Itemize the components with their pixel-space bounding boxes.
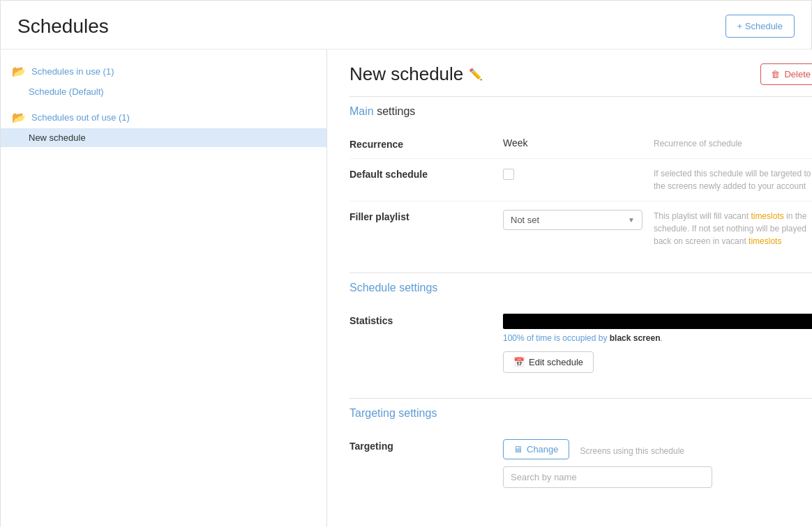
filler-hint-link2: timeslots — [749, 236, 781, 246]
targeting-hint: Screens using this schedule — [580, 443, 684, 456]
main-settings-title-main: Main — [349, 105, 374, 117]
recurrence-value: Week — [503, 137, 528, 148]
targeting-row: Targeting 🖥 Change Screens using this sc… — [349, 431, 812, 496]
chevron-down-icon: ▼ — [628, 216, 635, 224]
statistics-text: 100% of time is occupied by black screen… — [503, 333, 812, 343]
add-schedule-button[interactable]: + Schedule — [725, 15, 795, 38]
filler-playlist-dropdown[interactable]: Not set ▼ — [503, 210, 642, 230]
schedule-settings-title: Schedule settings — [349, 282, 812, 294]
default-schedule-checkbox[interactable] — [503, 169, 514, 180]
change-label: Change — [527, 444, 559, 455]
recurrence-hint: Recurrence of schedule — [654, 137, 812, 150]
edit-schedule-button[interactable]: 📅 Edit schedule — [503, 351, 594, 373]
schedules-out-of-use-header[interactable]: 📂 Schedules out of use (1) — [1, 107, 326, 128]
statistics-row: Statistics 100% of time is occupied by b… — [349, 305, 812, 381]
schedules-out-of-use-label: Schedules out of use (1) — [31, 112, 130, 123]
filler-playlist-hint: This playlist will fill vacant timeslots… — [654, 210, 812, 247]
schedule-default-item[interactable]: Schedule (Default) — [1, 82, 326, 101]
statistics-bar — [503, 314, 812, 329]
schedule-title: New schedule ✏️ — [349, 63, 483, 85]
default-schedule-label: Default schedule — [349, 167, 503, 180]
targeting-value-row: 🖥 Change Screens using this schedule — [503, 439, 812, 459]
filler-playlist-value: Not set — [511, 215, 539, 225]
default-schedule-hint: If selected this schedule will be target… — [654, 167, 812, 192]
main-settings-title: Main settings — [349, 105, 812, 118]
delete-button[interactable]: 🗑 Delete — [760, 63, 812, 85]
sidebar: 📂 Schedules in use (1) Schedule (Default… — [1, 49, 327, 527]
monitor-icon: 🖥 — [513, 444, 522, 455]
content-header: New schedule ✏️ 🗑 Delete — [349, 63, 812, 85]
calendar-icon: 📅 — [513, 357, 525, 367]
delete-label: Delete — [784, 69, 811, 79]
recurrence-label: Recurrence — [349, 137, 503, 150]
default-schedule-row: Default schedule If selected this schedu… — [349, 159, 812, 201]
search-input[interactable] — [503, 466, 712, 488]
targeting-label: Targeting — [349, 439, 503, 452]
schedule-settings-section: Schedule settings Statistics 100% of tim… — [349, 273, 812, 381]
main-settings-section: Main settings Recurrence Week Recurrence… — [349, 96, 812, 256]
targeting-settings-section: Targeting settings Targeting 🖥 Change Sc… — [349, 398, 812, 496]
folder-open-icon-2: 📂 — [12, 111, 26, 124]
folder-open-icon: 📂 — [12, 65, 26, 78]
recurrence-row: Recurrence Week Recurrence of schedule — [349, 129, 812, 159]
schedules-in-use-section: 📂 Schedules in use (1) Schedule (Default… — [1, 61, 326, 101]
targeting-settings-title: Targeting settings — [349, 407, 812, 420]
schedules-in-use-label: Schedules in use (1) — [31, 66, 114, 77]
trash-icon: 🗑 — [771, 69, 780, 79]
filler-playlist-label: Filler playlist — [349, 210, 503, 222]
edit-pencil-icon[interactable]: ✏️ — [469, 68, 483, 81]
change-button[interactable]: 🖥 Change — [503, 439, 569, 459]
main-settings-title-rest: settings — [374, 105, 416, 117]
targeting-content: 🖥 Change Screens using this schedule — [503, 439, 812, 488]
schedule-name-text: New schedule — [349, 63, 463, 85]
stats-text-pre: 100% of time is occupied by — [503, 333, 610, 343]
stats-text-bold: black screen — [610, 333, 661, 343]
schedules-out-of-use-section: 📂 Schedules out of use (1) New schedule — [1, 107, 326, 147]
filler-hint-link: timeslots — [751, 211, 783, 221]
schedules-in-use-header[interactable]: 📂 Schedules in use (1) — [1, 61, 326, 82]
page-title: Schedules — [17, 15, 109, 38]
edit-schedule-label: Edit schedule — [529, 357, 583, 367]
filler-hint-pre: This playlist will fill vacant — [654, 211, 751, 221]
new-schedule-item[interactable]: New schedule — [1, 128, 326, 147]
filler-playlist-row: Filler playlist Not set ▼ This playlist … — [349, 201, 812, 256]
content-panel: New schedule ✏️ 🗑 Delete Main settings R… — [327, 49, 812, 527]
stats-text-post: . — [660, 333, 662, 343]
statistics-label: Statistics — [349, 314, 503, 326]
